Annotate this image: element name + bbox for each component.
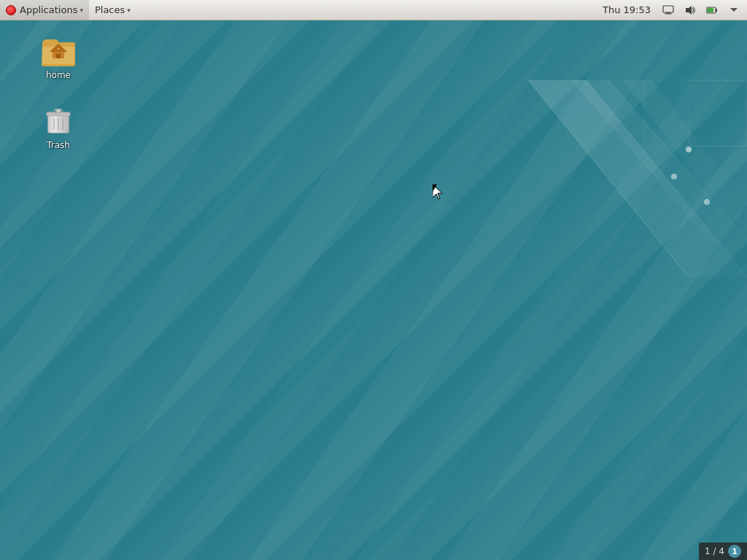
svg-rect-24: [56, 54, 61, 58]
desktop-graphic: [441, 58, 747, 335]
svg-rect-17: [716, 9, 717, 12]
battery-tray-button[interactable]: [702, 0, 722, 20]
xfce-logo-icon: [6, 5, 16, 15]
workspace-indicator[interactable]: 1 / 4 1: [699, 542, 747, 560]
svg-marker-0: [528, 80, 747, 277]
svg-point-25: [58, 48, 60, 50]
svg-rect-10: [645, 80, 747, 146]
battery-icon: [705, 4, 719, 17]
svg-line-5: [608, 80, 747, 241]
places-menu-label: Places: [95, 4, 125, 15]
tray-menu-button[interactable]: [724, 0, 744, 20]
svg-marker-34: [433, 184, 442, 199]
svg-rect-12: [663, 6, 673, 12]
clock-text: Thu 19:53: [603, 4, 651, 15]
taskbar: Applications ▾ Places ▾ Thu 19:53: [0, 0, 747, 20]
screen-icon: [662, 4, 675, 17]
svg-line-4: [587, 80, 747, 277]
svg-rect-18: [708, 8, 713, 12]
svg-marker-19: [730, 8, 738, 12]
screen-tray-button[interactable]: [658, 0, 678, 20]
applications-menu-label: Applications: [20, 4, 77, 15]
svg-line-3: [528, 80, 689, 277]
svg-point-9: [704, 199, 710, 205]
home-folder-icon-item[interactable]: home: [29, 29, 88, 85]
svg-marker-2: [623, 80, 747, 204]
svg-rect-11: [689, 80, 747, 146]
volume-tray-button[interactable]: [680, 0, 700, 20]
svg-point-7: [686, 147, 692, 152]
svg-rect-33: [56, 109, 61, 112]
home-folder-label: home: [46, 70, 71, 82]
trash-icon-item[interactable]: Trash: [29, 99, 88, 155]
tray-expand-icon: [727, 4, 740, 17]
applications-menu-arrow-icon: ▾: [80, 7, 83, 14]
places-menu[interactable]: Places ▾: [89, 0, 136, 20]
taskbar-left: Applications ▾ Places ▾: [0, 0, 136, 20]
clock-display[interactable]: Thu 19:53: [597, 0, 657, 20]
svg-point-8: [671, 174, 677, 179]
workspace-badge: 1: [728, 545, 741, 558]
home-folder-icon: [41, 32, 76, 67]
workspace-text: 1 / 4: [705, 546, 724, 556]
taskbar-right: Thu 19:53: [597, 0, 747, 20]
desktop: Applications ▾ Places ▾ Thu 19:53: [0, 0, 747, 560]
places-menu-arrow-icon: ▾: [127, 7, 131, 14]
svg-marker-1: [572, 80, 747, 241]
svg-rect-13: [666, 12, 670, 14]
desktop-icons-container: home: [29, 29, 88, 154]
svg-line-6: [572, 80, 711, 241]
svg-rect-14: [665, 13, 672, 14]
applications-menu[interactable]: Applications ▾: [0, 0, 89, 20]
volume-icon: [684, 4, 697, 17]
svg-marker-15: [686, 6, 692, 15]
trash-label: Trash: [47, 140, 70, 152]
trash-icon: [41, 102, 76, 137]
